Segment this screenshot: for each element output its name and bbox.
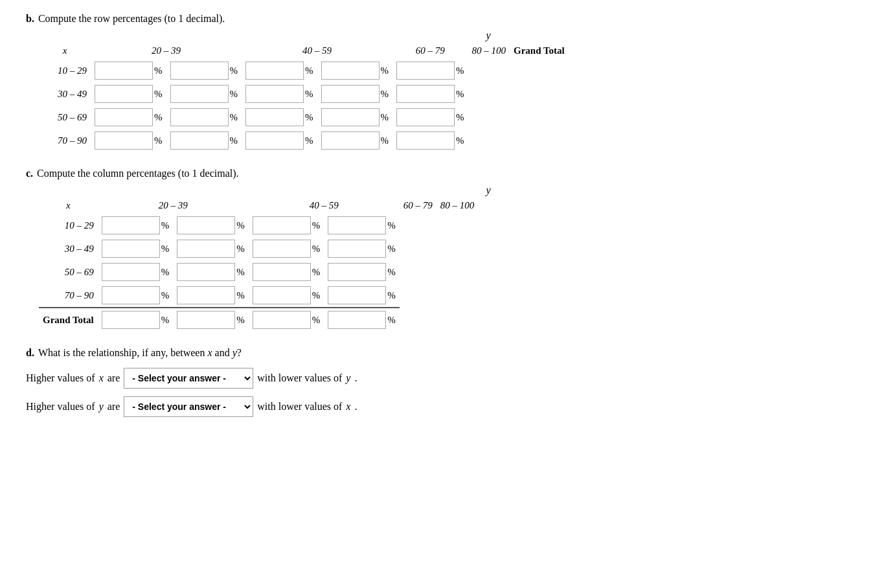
- cell-b-3049-80100: %: [317, 82, 393, 106]
- input-b-1029-4059[interactable]: [170, 62, 229, 80]
- part-d-var-y: y: [233, 347, 237, 358]
- cell-c-1029-4059: %: [173, 214, 249, 237]
- part-c-header-6079: 60 – 79: [400, 198, 437, 214]
- cell-b-5069-grand: %: [392, 106, 468, 129]
- line2-end: .: [354, 401, 357, 413]
- answer-select-2[interactable]: - Select your answer - associated not as…: [124, 396, 253, 417]
- input-c-5069-2039[interactable]: [102, 263, 160, 281]
- input-c-7090-4059[interactable]: [177, 286, 235, 304]
- row-label-3049-b: 30 – 49: [39, 82, 91, 106]
- cell-b-3049-grand: %: [392, 82, 468, 106]
- table-row: 30 – 49 % % % % %: [39, 82, 569, 106]
- row-label-7090-b: 70 – 90: [39, 129, 91, 152]
- input-b-1029-2039[interactable]: [95, 62, 153, 80]
- input-b-5069-6079[interactable]: [245, 108, 304, 126]
- input-c-1029-6079[interactable]: [253, 216, 311, 234]
- answer-select-1[interactable]: - Select your answer - associated not as…: [124, 368, 253, 389]
- input-c-3049-6079[interactable]: [253, 240, 311, 258]
- table-row: 70 – 90 % % % %: [39, 284, 478, 308]
- input-c-1029-4059[interactable]: [177, 216, 235, 234]
- input-c-3049-2039[interactable]: [102, 240, 160, 258]
- cell-c-5069-4059: %: [173, 260, 249, 284]
- part-c-section: c. Compute the column percentages (to 1 …: [26, 168, 860, 332]
- cell-b-1029-2039: %: [91, 59, 166, 82]
- part-d-label: d.: [26, 347, 34, 359]
- input-b-5069-grand[interactable]: [396, 108, 455, 126]
- input-b-5069-2039[interactable]: [95, 108, 153, 126]
- cell-c-5069-6079: %: [249, 260, 324, 284]
- cell-b-5069-80100: %: [317, 106, 393, 129]
- part-b-header-4059: 40 – 59: [242, 43, 392, 59]
- input-c-3049-80100[interactable]: [328, 240, 386, 258]
- input-c-7090-2039[interactable]: [102, 286, 160, 304]
- part-c-y-label: y: [117, 185, 860, 196]
- part-b-header-grand: Grand Total: [510, 43, 569, 59]
- input-b-3049-grand[interactable]: [396, 85, 455, 103]
- input-c-grand-6079[interactable]: [253, 311, 311, 329]
- table-row: 10 – 29 % % % %: [39, 214, 478, 237]
- table-row: 70 – 90 % % % % %: [39, 129, 569, 152]
- input-b-7090-6079[interactable]: [245, 131, 304, 150]
- input-b-3049-6079[interactable]: [245, 85, 304, 103]
- row-label-7090-c: 70 – 90: [39, 284, 98, 308]
- row-label-5069-c: 50 – 69: [39, 260, 98, 284]
- table-row: 30 – 49 % % % %: [39, 237, 478, 260]
- cell-b-7090-grand: %: [392, 129, 468, 152]
- cell-b-1029-grand: %: [392, 59, 468, 82]
- input-b-7090-80100[interactable]: [321, 131, 380, 150]
- cell-c-1029-2039: %: [98, 214, 174, 237]
- cell-b-1029-80100: %: [317, 59, 393, 82]
- grand-total-label-c: Grand Total: [39, 308, 98, 332]
- part-d-section: d. What is the relationship, if any, bet…: [26, 347, 860, 417]
- input-c-grand-80100[interactable]: [328, 311, 386, 329]
- part-c-description: Compute the column percentages (to 1 dec…: [37, 168, 238, 179]
- cell-c-3049-80100: %: [324, 237, 400, 260]
- input-b-1029-80100[interactable]: [321, 62, 380, 80]
- part-b-y-label: y: [117, 30, 860, 41]
- input-c-grand-2039[interactable]: [102, 311, 160, 329]
- row-label-3049-c: 30 – 49: [39, 237, 98, 260]
- input-c-5069-4059[interactable]: [177, 263, 235, 281]
- grand-total-row: Grand Total % % % %: [39, 308, 478, 332]
- part-c-table: x 20 – 39 40 – 59 60 – 79 80 – 100 10 – …: [39, 198, 478, 332]
- input-c-7090-80100[interactable]: [328, 286, 386, 304]
- part-c-label: c.: [26, 168, 33, 179]
- cell-c-5069-80100: %: [324, 260, 400, 284]
- input-c-1029-2039[interactable]: [102, 216, 160, 234]
- input-c-3049-4059[interactable]: [177, 240, 235, 258]
- cell-b-3049-2039: %: [91, 82, 166, 106]
- part-d-var-x: x: [207, 347, 212, 358]
- line1-pre: Higher values of: [26, 372, 95, 384]
- input-c-1029-80100[interactable]: [328, 216, 386, 234]
- cell-c-7090-6079: %: [249, 284, 324, 308]
- cell-b-5069-2039: %: [91, 106, 166, 129]
- row-label-1029-b: 10 – 29: [39, 59, 91, 82]
- input-b-5069-80100[interactable]: [321, 108, 380, 126]
- input-b-1029-grand[interactable]: [396, 62, 455, 80]
- part-b-description: Compute the row percentages (to 1 decima…: [38, 13, 225, 25]
- cell-c-grand-80100: %: [324, 308, 400, 332]
- input-b-7090-4059[interactable]: [170, 131, 229, 150]
- line1-mid: are: [108, 372, 120, 384]
- cell-c-3049-6079: %: [249, 237, 324, 260]
- input-c-5069-80100[interactable]: [328, 263, 386, 281]
- line2-pre: Higher values of: [26, 401, 95, 413]
- input-b-5069-4059[interactable]: [170, 108, 229, 126]
- input-b-3049-80100[interactable]: [321, 85, 380, 103]
- cell-c-7090-4059: %: [173, 284, 249, 308]
- input-b-7090-grand[interactable]: [396, 131, 455, 150]
- row-label-1029-c: 10 – 29: [39, 214, 98, 237]
- cell-c-3049-4059: %: [173, 237, 249, 260]
- cell-b-3049-6079: %: [242, 82, 317, 106]
- input-b-1029-6079[interactable]: [245, 62, 304, 80]
- input-c-grand-4059[interactable]: [177, 311, 235, 329]
- input-c-5069-6079[interactable]: [253, 263, 311, 281]
- part-b-header-x: x: [39, 43, 91, 59]
- input-b-3049-4059[interactable]: [170, 85, 229, 103]
- part-c-header-2039: 20 – 39: [98, 198, 249, 214]
- input-c-7090-6079[interactable]: [253, 286, 311, 304]
- line2-mid: are: [108, 401, 120, 413]
- input-b-7090-2039[interactable]: [95, 131, 153, 150]
- part-b-header-2039: 20 – 39: [91, 43, 242, 59]
- input-b-3049-2039[interactable]: [95, 85, 153, 103]
